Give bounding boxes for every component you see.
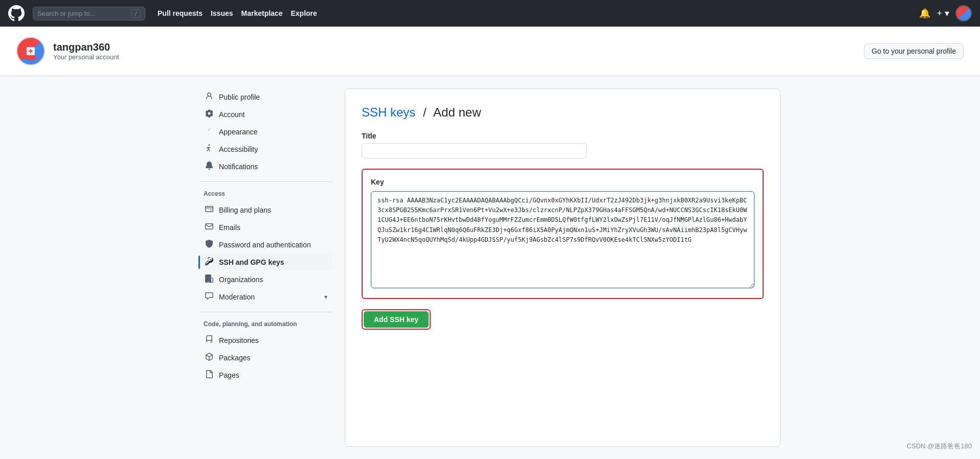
profile-avatar (16, 37, 45, 65)
key-textarea[interactable]: ssh-rsa AAAAB3NzaC1yc2EAAAADAQABAAAbgQCc… (371, 191, 754, 288)
navbar-explore[interactable]: Explore (291, 9, 317, 17)
watermark: CSDN @迷路爸爸180 (907, 442, 972, 451)
chevron-down-icon: ▾ (324, 293, 327, 301)
breadcrumb-current: Add new (433, 105, 481, 119)
sidebar-label-repositories: Repositories (219, 336, 259, 345)
navbar-issues[interactable]: Issues (211, 9, 233, 17)
navbar-links: Pull requests Issues Marketplace Explore (158, 9, 317, 17)
title-input[interactable] (362, 143, 587, 158)
person-icon (205, 92, 214, 102)
sidebar-label-public-profile: Public profile (219, 93, 260, 101)
sidebar-label-ssh: SSH and GPG keys (219, 258, 284, 266)
sidebar-item-password[interactable]: Password and authentication (199, 236, 332, 254)
sidebar-section-code: Code, planning, and automation (204, 320, 332, 328)
sidebar-label-billing: Billing and plans (219, 206, 271, 214)
organization-icon (205, 274, 214, 285)
sidebar-item-packages[interactable]: Packages (199, 349, 332, 366)
gear-icon (205, 109, 214, 120)
navbar-marketplace[interactable]: Marketplace (241, 9, 283, 17)
sidebar-label-accessibility: Accessibility (219, 145, 258, 153)
sidebar-item-billing[interactable]: Billing and plans (199, 201, 332, 219)
key-label: Key (371, 178, 754, 186)
navbar: Search or jump to... / Pull requests Iss… (0, 0, 980, 27)
sidebar-item-repositories[interactable]: Repositories (199, 332, 332, 349)
add-ssh-key-button[interactable]: Add SSH key (364, 311, 429, 328)
sidebar-item-organizations[interactable]: Organizations (199, 271, 332, 288)
profile-subtitle: Your personal account (53, 53, 119, 61)
bell-icon (205, 162, 214, 172)
sidebar-divider-1 (199, 181, 332, 182)
notifications-button[interactable]: 🔔 (919, 8, 930, 19)
search-text: Search or jump to... (37, 10, 127, 17)
profile-header-left: tangpan360 Your personal account (16, 37, 119, 65)
navbar-right: 🔔 + ▾ (919, 5, 972, 21)
repo-icon (205, 335, 214, 346)
profile-info: tangpan360 Your personal account (53, 41, 119, 61)
sidebar-label-password: Password and authentication (219, 241, 311, 249)
sidebar-item-accessibility[interactable]: Accessibility (199, 141, 332, 158)
title-group: Title (362, 132, 764, 158)
page-title: SSH keys / Add new (362, 105, 764, 120)
key-icon (205, 257, 214, 267)
comment-icon (205, 292, 214, 302)
accessibility-icon (205, 144, 214, 154)
sidebar-section-access: Access (204, 190, 332, 197)
creditcard-icon (205, 205, 214, 215)
sidebar-divider-2 (199, 312, 332, 312)
search-kbd: / (131, 9, 141, 18)
sidebar-label-moderation: Moderation (219, 293, 255, 301)
sidebar-item-pages[interactable]: Pages (199, 366, 332, 384)
github-logo[interactable] (8, 5, 25, 21)
search-bar[interactable]: Search or jump to... / (33, 7, 145, 20)
sidebar-label-appearance: Appearance (219, 128, 258, 136)
sidebar-label-packages: Packages (219, 354, 250, 362)
submit-wrapper: Add SSH key (362, 309, 431, 330)
breadcrumb-separator: / (423, 105, 427, 119)
sidebar-label-account: Account (219, 110, 245, 119)
title-label: Title (362, 132, 764, 140)
pages-icon (205, 370, 214, 380)
main-content: Public profile Account Appearance Access… (183, 76, 797, 459)
sidebar-label-notifications: Notifications (219, 163, 258, 171)
package-icon (205, 353, 214, 363)
sidebar-item-emails[interactable]: Emails (199, 219, 332, 236)
form-area: SSH keys / Add new Title Key ssh-rsa AAA… (345, 88, 781, 447)
new-button[interactable]: + ▾ (937, 8, 949, 19)
profile-header: tangpan360 Your personal account Go to y… (0, 27, 980, 76)
breadcrumb-ssh-link[interactable]: SSH keys (362, 105, 415, 119)
key-section: Key ssh-rsa AAAAB3NzaC1yc2EAAAADAQABAAAb… (362, 169, 764, 299)
sidebar-item-ssh[interactable]: SSH and GPG keys (199, 254, 332, 271)
sidebar-item-public-profile[interactable]: Public profile (199, 88, 332, 106)
profile-username: tangpan360 (53, 41, 119, 53)
mail-icon (205, 222, 214, 233)
sidebar-item-appearance[interactable]: Appearance (199, 123, 332, 141)
sidebar-label-emails: Emails (219, 223, 240, 232)
sidebar-label-pages: Pages (219, 371, 239, 379)
shield-icon (205, 240, 214, 250)
sidebar-item-notifications[interactable]: Notifications (199, 158, 332, 175)
avatar[interactable] (955, 5, 972, 21)
navbar-pull-requests[interactable]: Pull requests (158, 9, 203, 17)
goto-profile-button[interactable]: Go to your personal profile (864, 43, 964, 59)
sidebar-item-moderation[interactable]: Moderation ▾ (199, 288, 332, 306)
sidebar-item-account[interactable]: Account (199, 106, 332, 123)
paintbrush-icon (205, 127, 214, 137)
sidebar: Public profile Account Appearance Access… (199, 88, 332, 447)
sidebar-label-organizations: Organizations (219, 276, 263, 284)
